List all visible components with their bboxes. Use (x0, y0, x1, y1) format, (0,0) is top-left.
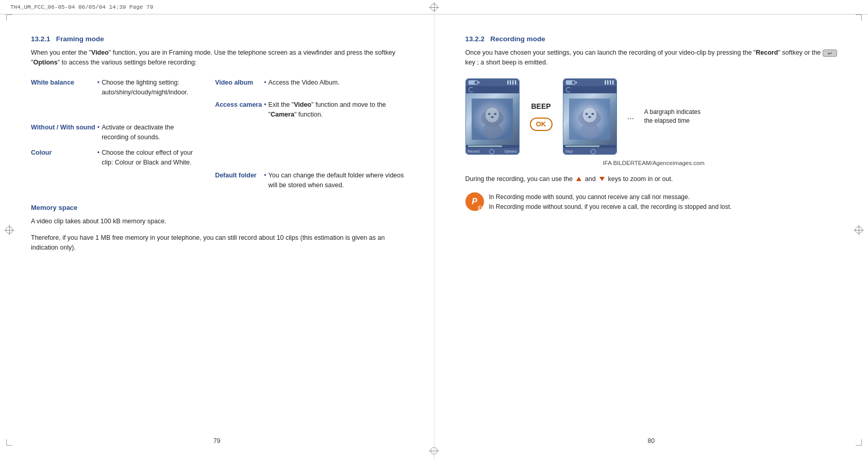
page-wrapper: TH4_UM_FCC_06-05-04 06/05/04 14:39 Page … (0, 0, 868, 460)
phone1-icon-row (466, 86, 519, 93)
phone2-status-bar: ▐▐▐▐ (563, 79, 616, 86)
phone1-signal-icon: ▐▐▐▐ (506, 80, 516, 84)
memory-para2: Therefore, if you have 1 MB free memory … (31, 233, 408, 253)
columns: 13.2.1 Framing mode When you enter the "… (0, 0, 868, 460)
section-title-left: Framing mode (56, 35, 104, 43)
phone1-softkeys: Record Options (466, 148, 519, 155)
left-column: 13.2.1 Framing mode When you enter the "… (0, 14, 435, 460)
crosshair-top (429, 2, 439, 12)
phone2-nav-circle (591, 149, 596, 154)
desc-video-album: Access the Video Album. (269, 76, 408, 99)
battery-fill (469, 81, 475, 84)
bullet-without-with: • (97, 121, 102, 144)
crosshair-circle (430, 4, 438, 11)
phone2-softkey-left: Stop (565, 150, 573, 153)
warning-line2: In Recording mode without sound, if you … (489, 203, 732, 210)
phone-mockup-2: ▐▐▐▐ (563, 78, 617, 155)
label-video-album: Video album (205, 76, 264, 99)
lion-eye-left (488, 113, 491, 115)
beep-text: BEEP (531, 102, 550, 110)
intro-para-left: When you enter the "Video" function, you… (31, 48, 408, 68)
settings-row-default: Default folder • You can change the defa… (31, 169, 408, 192)
battery-fill2 (566, 81, 572, 84)
arrow-down-icon (599, 177, 605, 181)
lion-nose2 (588, 116, 591, 118)
phone2-progress-bar (565, 145, 600, 147)
bullet-colour: • (97, 146, 102, 169)
section-number-right: 13.2.2 (465, 35, 485, 43)
phones-area: ▐▐▐▐ (465, 78, 843, 155)
lion-body2 (580, 122, 599, 139)
right-column: 13.2.2 Recording mode Once you have chos… (435, 14, 869, 460)
warning-box: P ! In Recording mode with sound, you ca… (465, 192, 843, 211)
arrow-up-icon (576, 177, 581, 181)
page-num-right: 80 (648, 437, 655, 445)
phone1-softkey-right: Options (504, 150, 516, 153)
video-bold: Video (91, 49, 109, 56)
settings-table: White balance • Choose the lighting sett… (31, 76, 408, 192)
zoom-para: During the recording, you can use the an… (465, 174, 843, 184)
beep-ok-area: BEEP OK (525, 102, 558, 131)
warning-line1: In Recording mode with sound, you cannot… (489, 193, 690, 201)
phone1-nav-circle (489, 149, 494, 154)
phone2-softkeys: Stop (563, 148, 616, 155)
warning-icon: P ! (465, 192, 484, 211)
phone1-refresh-icon (469, 87, 474, 92)
label-access-camera: Access camera (205, 98, 264, 121)
lion-face2 (486, 108, 499, 122)
camera-bold: Camera (271, 111, 294, 118)
memory-heading: Memory space (31, 204, 408, 211)
desc-colour: Choose the colour effect of your clip: C… (102, 146, 205, 169)
desc-default-folder: You can change the default folder where … (269, 169, 408, 192)
bargraph-label: A bargraph indicatesthe elapsed time (644, 108, 700, 124)
phone1-battery-icon (469, 80, 478, 85)
section-title-right: Recording mode (490, 35, 545, 43)
phone2-battery-icon (566, 80, 575, 85)
bullet-access-camera: • (264, 98, 268, 121)
phone2-screen (563, 93, 616, 145)
settings-row-2: Without / With sound • Activate or deact… (31, 121, 408, 144)
label-default-folder: Default folder (205, 169, 264, 192)
bullet-default-folder: • (264, 169, 268, 192)
phone2-refresh-icon (566, 87, 571, 92)
lion-face3 (583, 108, 596, 122)
ok-button: OK (530, 118, 553, 131)
desc-without-with: Activate or deactivate the recording of … (102, 121, 205, 144)
video-bold2: Video (294, 101, 311, 108)
phone1-screen (466, 93, 519, 145)
desc-white-balance: Choose the lighting setting: auto/shiny/… (102, 76, 205, 99)
settings-row-1: White balance • Choose the lighting sett… (31, 76, 408, 99)
desc-access-camera: Exit the "Video" function and move to th… (269, 98, 408, 121)
bargraph-text: A bargraph indicatesthe elapsed time (644, 108, 700, 125)
memory-para1: A video clip takes about 100 kB memory s… (31, 217, 408, 226)
zoom-arrows-down (599, 177, 605, 181)
warning-text: In Recording mode with sound, you cannot… (489, 192, 732, 211)
phone2-icon-row (563, 86, 616, 93)
lion-body (483, 122, 502, 139)
phone-mockup-1: ▐▐▐▐ (465, 78, 520, 155)
bullet-white-balance: • (97, 76, 102, 99)
page-num-left: 79 (213, 437, 220, 445)
options-bold: Options (33, 59, 57, 66)
section-number-left: 13.2.1 (31, 35, 51, 43)
phone1-progress-bar (468, 145, 503, 147)
p-symbol: P (472, 197, 477, 206)
label-colour: Colour (31, 146, 97, 169)
section-heading-left: 13.2.1 Framing mode (31, 35, 408, 43)
record-bold: Record (756, 49, 778, 56)
phone1-status-bar: ▐▐▐▐ (466, 79, 519, 86)
phone2-signal-icon: ▐▐▐▐ (604, 80, 614, 84)
photo-credit: IFA BILDERTEAM/Agenceimages.com (465, 160, 843, 166)
lion-svg-1 (472, 98, 513, 140)
lion-eye-left2 (586, 113, 588, 115)
dots-area: ... (622, 112, 639, 121)
exclamation-icon: ! (478, 206, 482, 210)
key-icon: ↩ (823, 50, 837, 57)
label-without-with: Without / With sound (31, 121, 97, 147)
phone1-softkey-left: Record (468, 150, 480, 153)
recording-intro: Once you have chosen your settings, you … (465, 48, 843, 68)
zoom-arrows (576, 177, 581, 181)
header-text: TH4_UM_FCC_06-05-04 06/05/04 14:39 Page … (10, 4, 153, 10)
lion-nose (491, 116, 494, 118)
lion-svg-2 (569, 98, 610, 140)
